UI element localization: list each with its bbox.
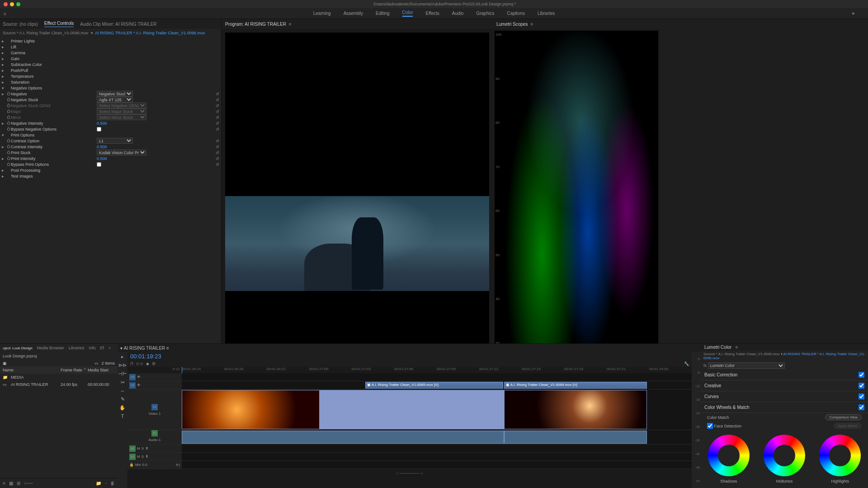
effect-row[interactable]: ▸Gain: [0, 56, 221, 61]
workspace-overflow-icon[interactable]: »: [852, 11, 854, 16]
filter-icon[interactable]: ▭: [94, 361, 99, 366]
effect-value[interactable]: 0.500: [97, 156, 107, 161]
effect-row[interactable]: ÖNegative StockAgfa XT 125↺: [0, 97, 221, 103]
wheels-checkbox[interactable]: [859, 404, 864, 410]
basic-checkbox[interactable]: [859, 372, 864, 378]
effect-row[interactable]: ▸Post Processing: [0, 167, 221, 173]
section-creative[interactable]: Creative: [701, 380, 868, 391]
effect-row[interactable]: ÖContrast OptionL1↺: [0, 138, 221, 144]
reset-icon[interactable]: ↺: [216, 115, 219, 120]
timeline-ruler[interactable]: 6:1200:01:26:1500:01:26:1800:01:26:2100:…: [127, 367, 692, 373]
panel-menu-icon[interactable]: ≡: [530, 22, 533, 27]
effect-row[interactable]: ÖMinorSelect Minor Stock↺: [0, 114, 221, 120]
clip-v2-2[interactable]: ▣ A.I. Rising Trailer Clean_V1-0084.mov …: [504, 382, 647, 389]
effect-row[interactable]: ▸Printer Lights: [0, 38, 221, 44]
highlights-wheel[interactable]: [819, 435, 861, 476]
v2-toggle[interactable]: V2: [129, 382, 136, 389]
type-tool-icon[interactable]: T: [121, 413, 124, 419]
clip-v1-3[interactable]: [504, 390, 647, 429]
panel-menu-icon[interactable]: ≡: [289, 22, 292, 27]
effect-select[interactable]: Select Minor Stock: [97, 114, 146, 120]
effect-select[interactable]: Kodak Vision Color Print 2383: [97, 150, 146, 155]
panel-menu-icon[interactable]: ≡: [165, 346, 169, 351]
col-mediastart[interactable]: Media Start: [88, 368, 115, 372]
effect-value[interactable]: 0.500: [97, 121, 107, 126]
clip-v1-1[interactable]: [182, 390, 320, 429]
window-controls[interactable]: [4, 2, 20, 6]
razor-tool-icon[interactable]: ✂: [121, 380, 125, 385]
mix-value[interactable]: 0.0: [142, 463, 147, 467]
effect-row[interactable]: ÖPrint StockKodak Vision Color Print 238…: [0, 150, 221, 155]
effect-row[interactable]: ▸ÖNegativeNegative Stock↺: [0, 91, 221, 97]
tab-source[interactable]: Source: (no clips): [3, 22, 38, 27]
project-row-sequence[interactable]: ▭ AI RISING TRAILER 24.00 fps 00:00:00:0…: [0, 381, 118, 388]
project-row-folder[interactable]: 📁 MEDIA: [0, 374, 118, 381]
effect-value[interactable]: 0.500: [97, 145, 107, 149]
tab-libraries[interactable]: Libraries: [69, 346, 85, 350]
tab-effects[interactable]: Ef: [100, 346, 104, 350]
tab-audio-mixer[interactable]: Audio Clip Mixer: AI RISING TRAILER: [80, 22, 156, 27]
reset-icon[interactable]: ↺: [216, 98, 219, 102]
effect-select[interactable]: Select Negative GEN2 Stock: [97, 103, 146, 108]
effect-row[interactable]: ▸Test Images: [0, 173, 221, 179]
effect-row[interactable]: ÖMajorSelect Major Stock↺: [0, 108, 221, 114]
panel-menu-icon[interactable]: ≡: [734, 345, 738, 350]
clip-v1-selected[interactable]: [320, 390, 504, 429]
a3-toggle[interactable]: A3: [129, 454, 136, 460]
curves-checkbox[interactable]: [859, 394, 864, 399]
ws-editing[interactable]: Editing: [376, 11, 390, 16]
tab-project[interactable]: oject: Look Design: [3, 346, 33, 350]
effect-row[interactable]: ÖBypass Print Options↺: [0, 161, 221, 167]
section-wheels[interactable]: Color Wheels & Match: [701, 402, 868, 413]
shadows-wheel[interactable]: [708, 435, 750, 476]
ws-learning[interactable]: Learning: [313, 11, 331, 16]
trash-icon[interactable]: 🗑: [110, 481, 115, 486]
reset-icon[interactable]: ↺: [216, 92, 219, 96]
v1-toggle[interactable]: V1: [151, 404, 158, 410]
sequence-link[interactable]: AI RISING TRAILER * A.I. Rising Trailer …: [95, 31, 205, 35]
effect-select[interactable]: Negative Stock: [97, 91, 133, 97]
scroll-handle[interactable]: ○ ────── ○: [396, 471, 423, 476]
col-name[interactable]: Name: [3, 368, 61, 372]
tab-info[interactable]: Info: [89, 346, 95, 350]
effect-select[interactable]: Agfa XT 125: [97, 97, 133, 103]
zoom-slider[interactable]: ○──: [24, 481, 33, 486]
expand-icon[interactable]: ⊳|: [176, 463, 180, 467]
effect-checkbox[interactable]: [97, 127, 101, 131]
ws-effects[interactable]: Effects: [425, 11, 439, 16]
list-view-icon[interactable]: ≡: [3, 481, 5, 486]
creative-checkbox[interactable]: [859, 383, 864, 389]
ws-audio[interactable]: Audio: [452, 11, 464, 16]
ws-libraries[interactable]: Libraries: [538, 11, 555, 16]
effect-row[interactable]: ▸Saturation: [0, 79, 221, 85]
reset-icon[interactable]: ↺: [216, 127, 219, 131]
track-select-icon[interactable]: ⊳⊳: [118, 362, 127, 368]
wrench-icon[interactable]: 🔧: [684, 361, 689, 366]
clip-a1-1[interactable]: [182, 431, 504, 444]
tab-media-browser[interactable]: Media Browser: [37, 346, 64, 350]
col-framerate[interactable]: Frame Rate ⌃: [61, 368, 88, 372]
apply-match-button[interactable]: Apply Match: [834, 423, 862, 429]
ripple-tool-icon[interactable]: ⊣⊢: [118, 371, 127, 377]
clip-v2-1[interactable]: ▣ A.I. Rising Trailer Clean_V1-0085.mov …: [365, 382, 503, 389]
snap-icon[interactable]: ⊓: [130, 361, 133, 366]
effect-checkbox[interactable]: [97, 162, 101, 167]
settings-icon[interactable]: ⚙: [152, 361, 156, 366]
effect-select[interactable]: Select Major Stock: [97, 108, 146, 114]
v3-toggle[interactable]: V3: [129, 374, 136, 380]
ws-assembly[interactable]: Assembly: [344, 11, 363, 16]
tab-overflow[interactable]: »: [108, 346, 111, 350]
maximize-icon[interactable]: [16, 2, 20, 6]
timeline-playhead[interactable]: [182, 367, 182, 373]
slip-tool-icon[interactable]: ↔: [120, 388, 125, 394]
effect-row[interactable]: ÖNegative Stock GEN2Select Negative GEN2…: [0, 103, 221, 108]
effect-row[interactable]: ▾Print Options: [0, 132, 221, 138]
lumetri-preset-select[interactable]: Lumetri Color: [708, 362, 785, 369]
section-curves[interactable]: Curves: [701, 391, 868, 402]
reset-icon[interactable]: ↺: [216, 109, 219, 114]
link-icon[interactable]: ⊂⊃: [136, 361, 143, 366]
reset-icon[interactable]: ↺: [216, 121, 219, 126]
ws-color[interactable]: Color: [402, 10, 413, 17]
reset-icon[interactable]: ↺: [216, 103, 219, 108]
clip-a1-2[interactable]: [504, 431, 647, 444]
